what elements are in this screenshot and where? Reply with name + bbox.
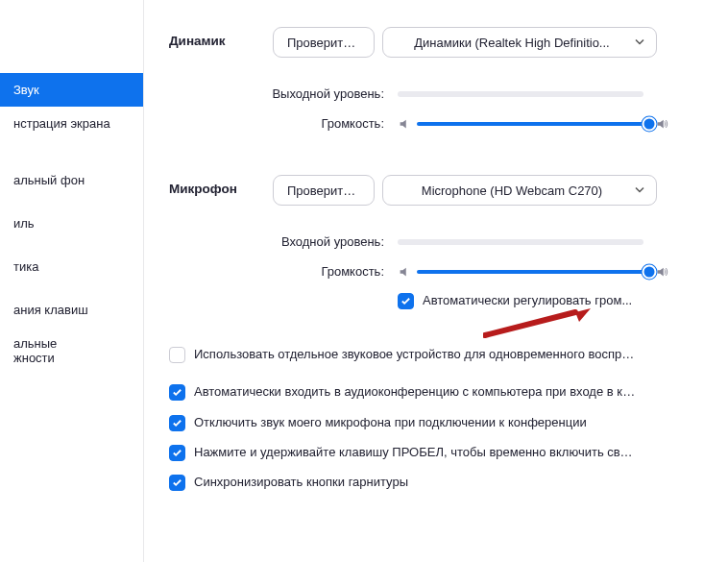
speaker-device-text: Динамики (Realtek High Definitio... (414, 36, 609, 50)
auto-adjust-mic-checkbox[interactable] (398, 293, 414, 309)
mic-volume-label: Громкость: (169, 264, 398, 279)
separate-device-label[interactable]: Использовать отдельное звуковое устройст… (194, 346, 636, 363)
settings-sidebar: Звук нстрация экрана альный фон иль тика… (0, 0, 144, 562)
auto-adjust-mic-label[interactable]: Автоматически регулировать гром... (423, 292, 632, 309)
sidebar-item-profile[interactable]: иль (0, 207, 143, 240)
volume-high-icon (655, 265, 668, 279)
sync-headset-label[interactable]: Синхронизировать кнопки гарнитуры (194, 474, 408, 491)
speaker-volume-label: Громкость: (169, 116, 398, 131)
input-level-meter (398, 239, 643, 245)
push-to-talk-checkbox[interactable] (169, 445, 185, 461)
sidebar-item-screenshare[interactable]: нстрация экрана (0, 107, 143, 140)
separate-device-checkbox[interactable] (169, 347, 185, 363)
speaker-volume-slider[interactable] (417, 122, 649, 126)
auto-join-audio-checkbox[interactable] (169, 384, 185, 401)
mic-volume-slider[interactable] (417, 270, 649, 274)
mic-device-text: Microphone (HD Webcam C270) (422, 183, 602, 198)
speaker-device-select[interactable]: Динамики (Realtek High Definitio... (382, 27, 657, 58)
microphone-section-label: Микрофон (169, 175, 273, 196)
audio-settings-panel: Динамик Проверить ... Динамики (Realtek … (144, 0, 728, 562)
push-to-talk-label[interactable]: Нажмите и удерживайте клавишу ПРОБЕЛ, чт… (194, 444, 636, 461)
sidebar-item-accessibility[interactable]: альные жности (0, 327, 143, 375)
mute-mic-on-join-label[interactable]: Отключить звук моего микрофона при подкл… (194, 414, 587, 431)
volume-low-icon (398, 265, 411, 279)
slider-thumb[interactable] (643, 116, 657, 131)
sidebar-item-shortcuts[interactable]: ания клавиш (0, 293, 143, 327)
sidebar-item-audio[interactable]: Звук (0, 73, 143, 107)
input-level-label: Входной уровень: (169, 234, 398, 249)
mute-mic-on-join-checkbox[interactable] (169, 415, 185, 431)
sidebar-item-stats[interactable]: тика (0, 250, 143, 283)
volume-high-icon (655, 117, 668, 131)
auto-join-audio-label[interactable]: Автоматически входить в аудиоконференцию… (194, 383, 636, 401)
speaker-section-label: Динамик (169, 27, 273, 48)
mic-device-select[interactable]: Microphone (HD Webcam C270) (382, 175, 657, 206)
annotation-arrow (483, 305, 598, 346)
chevron-down-icon (635, 36, 644, 50)
chevron-down-icon (635, 183, 644, 198)
output-level-label: Выходной уровень: (169, 86, 398, 101)
sidebar-item-background[interactable]: альный фон (0, 163, 143, 197)
test-speaker-button[interactable]: Проверить ... (273, 27, 375, 58)
sync-headset-checkbox[interactable] (169, 475, 185, 491)
volume-low-icon (398, 117, 411, 131)
slider-thumb[interactable] (643, 264, 657, 279)
output-level-meter (398, 91, 643, 97)
test-mic-button[interactable]: Проверить ... (273, 175, 375, 206)
